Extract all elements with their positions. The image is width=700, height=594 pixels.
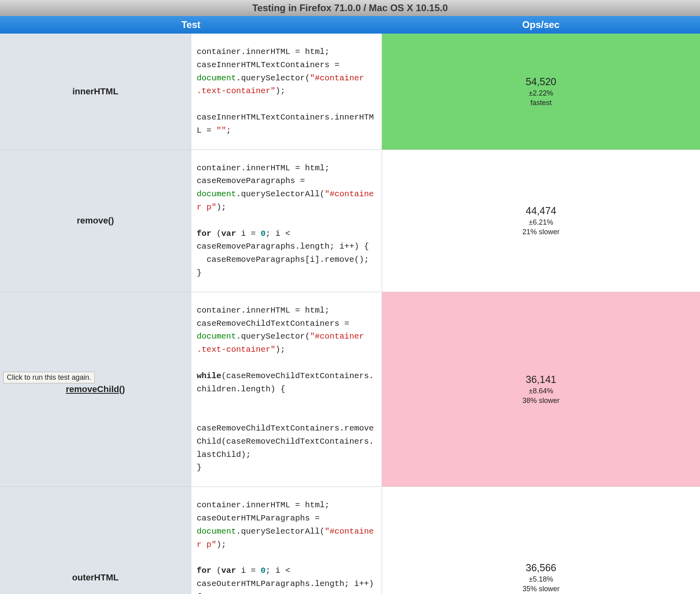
ops-error: ±2.22% [384,89,698,98]
ops-error: ±5.18% [384,575,698,584]
code-token: document [197,527,236,536]
code-token: (caseRemoveChildTextContainers.children.… [197,371,374,472]
code-token: document [197,189,236,199]
code-cell: container.innerHTML = html; caseInnerHTM… [191,34,382,149]
test-name-cell[interactable]: innerHTML [0,34,191,149]
code-token: "" [216,126,226,135]
ops-rank: fastest [384,99,698,107]
ops-value: 44,474 [384,205,698,217]
ops-rank: 38% slower [384,397,698,405]
ops-cell: 44,474±6.21%21% slower [382,149,700,292]
ops-cell: 36,141±8.64%38% slower [382,292,700,486]
test-name-cell[interactable]: outerHTML [0,487,191,594]
code-block: container.innerHTML = html; caseInnerHTM… [197,46,376,138]
code-token: ( [212,229,222,238]
code-token: var [221,566,236,575]
code-token: while [197,371,222,381]
code-token: document [197,74,236,83]
code-block: container.innerHTML = html; caseOuterHTM… [197,499,376,594]
code-token: i = [236,566,261,575]
results-table: Test Ops/sec innerHTMLcontainer.innerHTM… [0,16,700,594]
table-row: Click to run this test again.removeChild… [0,292,700,486]
code-token: ); [276,345,286,354]
code-token: for [197,229,212,238]
table-header-row: Test Ops/sec [0,16,700,34]
test-name-cell[interactable]: remove() [0,149,191,292]
ops-rank: 35% slower [384,585,698,593]
window-title: Testing in Firefox 71.0.0 / Mac OS X 10.… [0,0,700,16]
ops-value: 36,141 [384,374,698,385]
table-row: outerHTMLcontainer.innerHTML = html; cas… [0,487,700,594]
test-name-label: outerHTML [72,572,118,582]
code-cell: container.innerHTML = html; caseOuterHTM… [191,487,382,594]
ops-error: ±8.64% [384,387,698,395]
code-token: .querySelectorAll( [236,527,324,536]
code-cell: container.innerHTML = html; caseRemovePa… [191,149,382,292]
code-block: container.innerHTML = html; caseRemovePa… [197,162,376,280]
code-token: 0 [261,229,266,238]
code-token: .querySelector( [236,74,310,83]
ops-rank: 21% slower [384,228,698,236]
ops-cell: 54,520±2.22%fastest [382,34,700,149]
header-ops: Ops/sec [382,16,700,34]
code-token: ; [226,126,231,135]
code-token: var [221,229,236,238]
code-token: .querySelector( [236,332,310,341]
ops-value: 54,520 [384,76,698,88]
test-name-cell[interactable]: Click to run this test again.removeChild… [0,292,191,486]
code-token: .querySelectorAll( [236,189,324,199]
code-token: container.innerHTML = html; caseRemoveCh… [197,306,354,328]
code-token: container.innerHTML = html; caseOuterHTM… [197,500,330,523]
code-cell: container.innerHTML = html; caseRemoveCh… [191,292,382,486]
tooltip: Click to run this test again. [3,372,95,383]
code-block: container.innerHTML = html; caseRemoveCh… [197,304,376,474]
code-token: ); [216,203,226,212]
code-token: ); [216,540,226,549]
test-name-label: remove() [77,215,114,225]
table-row: remove()container.innerHTML = html; case… [0,149,700,292]
ops-value: 36,566 [384,562,698,574]
ops-cell: 36,566±5.18%35% slower [382,487,700,594]
ops-error: ±6.21% [384,218,698,227]
table-row: innerHTMLcontainer.innerHTML = html; cas… [0,34,700,149]
code-token: document [197,332,236,341]
code-token: container.innerHTML = html; caseRemovePa… [197,163,330,186]
code-token: i = [236,229,261,238]
code-token: container.innerHTML = html; caseInnerHTM… [197,47,344,70]
code-token: for [197,566,212,575]
code-token: ( [212,566,222,575]
header-test: Test [0,16,382,34]
code-token: 0 [261,566,266,575]
test-name-link[interactable]: removeChild() [66,384,125,394]
test-name-label: innerHTML [72,86,118,96]
